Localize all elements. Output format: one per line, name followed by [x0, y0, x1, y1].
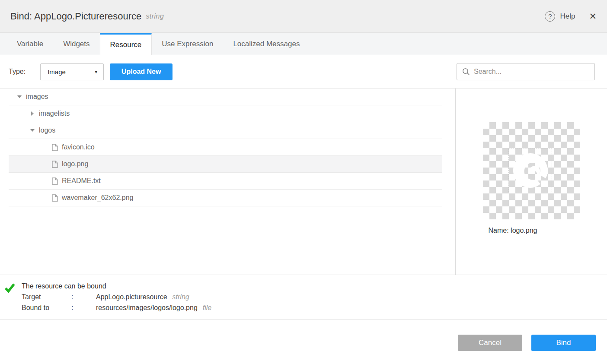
- tree-item-favicon-ico[interactable]: favicon.ico: [9, 139, 442, 156]
- status-row-label: Bound to: [22, 302, 71, 313]
- tree-item-logos[interactable]: logos: [9, 122, 442, 139]
- status-rows: Target:AppLogo.picturesourcestringBound …: [22, 291, 607, 313]
- dialog-header: Bind: AppLogo.Pictureresource string ? H…: [0, 0, 607, 32]
- type-label: Type:: [9, 68, 26, 76]
- chevron-right-icon[interactable]: [31, 111, 34, 116]
- status-row-bound-to: Bound to:resources/images/logos/logo.png…: [22, 302, 607, 313]
- type-select-value: Image: [48, 68, 94, 76]
- resource-content: imagesimagelistslogosfavicon.icologo.png…: [0, 88, 607, 275]
- bind-dialog: Bind: AppLogo.Pictureresource string ? H…: [0, 0, 607, 364]
- preview-panel: Name: logo.png: [456, 89, 607, 275]
- search-input[interactable]: [474, 68, 589, 76]
- success-check-icon: [4, 282, 16, 294]
- status-row-type-hint: file: [203, 304, 211, 311]
- search-icon: [462, 68, 470, 76]
- status-message: The resource can be bound: [22, 281, 607, 291]
- tree-item-label: imagelists: [39, 110, 70, 117]
- tree-item-readme-txt[interactable]: README.txt: [9, 173, 442, 190]
- resource-tree: imagesimagelistslogosfavicon.icologo.png…: [0, 89, 455, 275]
- file-icon: [52, 177, 58, 185]
- tab-widgets[interactable]: Widgets: [53, 33, 99, 55]
- tree-item-wavemaker-62x62-png[interactable]: wavemaker_62x62.png: [9, 190, 442, 206]
- tree-item-imagelists[interactable]: imagelists: [9, 105, 442, 122]
- chevron-down-icon[interactable]: [17, 95, 22, 98]
- tab-resource[interactable]: Resource: [100, 33, 152, 55]
- status-row-value: resources/images/logos/logo.pngfile: [96, 302, 607, 313]
- tree-item-label: favicon.ico: [62, 143, 95, 151]
- close-icon[interactable]: ✕: [589, 12, 597, 21]
- file-icon: [52, 194, 58, 202]
- question-circle-icon: ?: [545, 11, 555, 22]
- tab-bar: VariableWidgetsResourceUse ExpressionLoc…: [0, 32, 607, 55]
- type-select[interactable]: Image ▼: [40, 63, 104, 80]
- tree-item-images[interactable]: images: [9, 89, 442, 105]
- status-row-colon: :: [71, 291, 96, 302]
- status-row-colon: :: [71, 302, 96, 313]
- preview-file-name: Name: logo.png: [483, 227, 580, 234]
- tree-item-label: wavemaker_62x62.png: [62, 194, 133, 202]
- upload-new-button[interactable]: Upload New: [110, 63, 173, 80]
- tab-use-expression[interactable]: Use Expression: [152, 33, 223, 55]
- chevron-down-icon[interactable]: [30, 129, 35, 132]
- tree-item-logo-png[interactable]: logo.png: [9, 156, 442, 173]
- status-row-type-hint: string: [173, 293, 189, 301]
- tab-variable[interactable]: Variable: [7, 33, 53, 55]
- dialog-footer: Cancel Bind: [0, 320, 607, 364]
- tree-item-label: logo.png: [62, 160, 88, 168]
- resource-toolbar: Type: Image ▼ Upload New: [0, 55, 607, 88]
- dialog-title-type-hint: string: [146, 12, 164, 21]
- file-icon: [52, 144, 58, 151]
- file-icon: [52, 161, 58, 168]
- status-row-target: Target:AppLogo.picturesourcestring: [22, 291, 607, 302]
- tree-item-label: logos: [39, 127, 55, 134]
- status-row-label: Target: [22, 291, 71, 302]
- help-label: Help: [560, 12, 575, 21]
- cancel-button[interactable]: Cancel: [458, 335, 522, 351]
- bind-status: The resource can be bound Target:AppLogo…: [0, 275, 607, 320]
- dialog-title: Bind: AppLogo.Pictureresource: [10, 11, 141, 22]
- search-box[interactable]: [457, 63, 595, 80]
- image-preview: [483, 122, 580, 219]
- tree-item-label: README.txt: [62, 177, 101, 185]
- bind-button[interactable]: Bind: [531, 335, 596, 351]
- status-row-value: AppLogo.picturesourcestring: [96, 291, 607, 302]
- tab-localized-messages[interactable]: Localized Messages: [223, 33, 310, 55]
- caret-down-icon: ▼: [94, 70, 98, 74]
- wavemaker-logo-image: [511, 151, 550, 190]
- help-button[interactable]: ? Help: [545, 11, 575, 22]
- tree-item-label: images: [26, 93, 48, 101]
